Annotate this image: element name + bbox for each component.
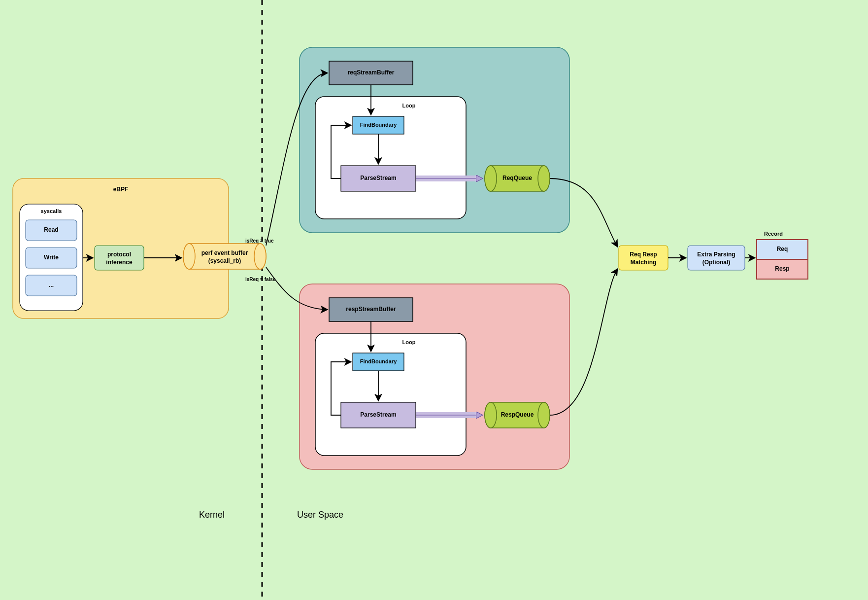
extra-label-1: Extra Parsing [697, 251, 735, 258]
svg-text:Read: Read [44, 226, 58, 233]
svg-point-6 [254, 244, 266, 269]
edge-isreq-true: isReq = true [245, 238, 274, 244]
svg-point-20 [485, 402, 497, 428]
syscall-write-label: Write [44, 254, 59, 261]
svg-text:Req: Req [777, 246, 788, 252]
resp-loop-box [315, 333, 466, 456]
svg-text:ReqQueue: ReqQueue [502, 175, 532, 181]
matching-label-2: Matching [631, 259, 657, 266]
req-queue-label: ReqQueue [502, 175, 532, 181]
svg-text:FindBoundary: FindBoundary [360, 122, 397, 128]
resp-find-boundary-label: FindBoundary [360, 358, 397, 364]
svg-text:ParseStream: ParseStream [360, 411, 396, 418]
syscalls-title: syscalls [41, 208, 62, 214]
perf-buffer-label-2: (syscall_rb) [208, 257, 241, 264]
svg-text:perf event buffer: perf event buffer [201, 249, 248, 256]
svg-point-14 [485, 166, 497, 191]
svg-text:Resp: Resp [775, 265, 789, 272]
kernel-label: Kernel [199, 510, 225, 520]
resp-loop-label: Loop [402, 339, 416, 345]
svg-text:Req Resp: Req Resp [630, 251, 657, 258]
svg-text:RespQueue: RespQueue [501, 411, 534, 418]
svg-text:(syscall_rb): (syscall_rb) [208, 257, 241, 264]
svg-text:protocol: protocol [107, 251, 131, 258]
svg-text:FindBoundary: FindBoundary [360, 358, 397, 364]
req-loop-box [315, 97, 466, 219]
extra-label-2: (Optional) [702, 259, 731, 266]
edge-isreq-false: isReq = false [245, 277, 276, 282]
svg-text:Extra Parsing: Extra Parsing [697, 251, 735, 258]
svg-point-19 [538, 402, 550, 428]
req-find-boundary-label: FindBoundary [360, 122, 397, 128]
user-space-label: User Space [297, 510, 343, 520]
record-resp-label: Resp [775, 265, 789, 272]
svg-point-13 [538, 166, 550, 191]
record-req-label: Req [777, 246, 788, 252]
svg-text:...: ... [49, 282, 54, 288]
svg-text:reqStreamBuffer: reqStreamBuffer [348, 69, 395, 76]
diagram-canvas: Kernel User Space eBPF syscalls Read Wri… [0, 0, 868, 600]
req-loop-label: Loop [402, 103, 416, 108]
protocol-inference-label-2: inference [106, 259, 133, 266]
record-title: Record [764, 231, 783, 237]
ebpf-title: eBPF [113, 186, 129, 193]
matching-label-1: Req Resp [630, 251, 657, 258]
req-stream-buffer-label: reqStreamBuffer [348, 69, 395, 76]
req-parse-stream-label: ParseStream [360, 175, 396, 181]
resp-queue-label: RespQueue [501, 411, 534, 418]
svg-text:inference: inference [106, 259, 133, 266]
svg-text:(Optional): (Optional) [702, 259, 731, 266]
svg-text:Matching: Matching [631, 259, 657, 266]
syscall-more-label: ... [49, 282, 54, 288]
syscall-read-label: Read [44, 226, 58, 233]
resp-stream-buffer-label: respStreamBuffer [346, 306, 396, 313]
svg-text:Write: Write [44, 254, 59, 261]
svg-point-7 [183, 244, 195, 269]
svg-text:ParseStream: ParseStream [360, 175, 396, 181]
resp-parse-stream-label: ParseStream [360, 411, 396, 418]
svg-text:respStreamBuffer: respStreamBuffer [346, 306, 396, 313]
perf-buffer-label-1: perf event buffer [201, 249, 248, 256]
protocol-inference-label-1: protocol [107, 251, 131, 258]
